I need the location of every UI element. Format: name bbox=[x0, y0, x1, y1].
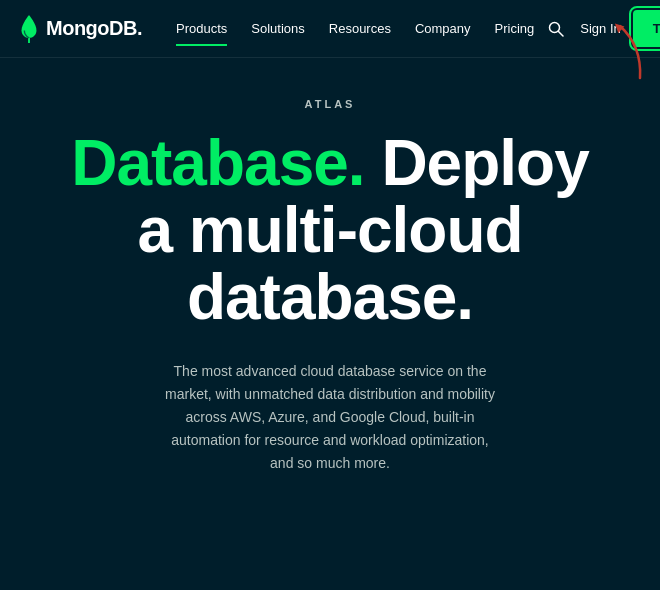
hero-section: ATLAS Database. Deploy a multi-cloud dat… bbox=[0, 58, 660, 505]
nav-links: Products Solutions Resources Company Pri… bbox=[166, 13, 544, 44]
nav-item-resources[interactable]: Resources bbox=[319, 13, 401, 44]
mongodb-logo-icon bbox=[18, 15, 40, 43]
hero-heading-green: Database. bbox=[71, 127, 364, 199]
atlas-label: ATLAS bbox=[305, 98, 356, 110]
svg-line-1 bbox=[559, 31, 564, 36]
sign-in-link[interactable]: Sign In bbox=[580, 21, 620, 36]
hero-heading: Database. Deploy a multi-cloud database. bbox=[50, 130, 610, 332]
hero-subtext: The most advanced cloud database service… bbox=[160, 360, 500, 475]
nav-item-pricing[interactable]: Pricing bbox=[485, 13, 545, 44]
nav-item-solutions[interactable]: Solutions bbox=[241, 13, 314, 44]
search-icon bbox=[548, 21, 564, 37]
logo-text: MongoDB. bbox=[46, 17, 142, 40]
navbar: MongoDB. Products Solutions Resources Co… bbox=[0, 0, 660, 58]
nav-item-products[interactable]: Products bbox=[166, 13, 237, 44]
logo[interactable]: MongoDB. bbox=[18, 15, 142, 43]
nav-item-company[interactable]: Company bbox=[405, 13, 481, 44]
nav-right: Sign In Try Free bbox=[544, 10, 660, 47]
search-button[interactable] bbox=[544, 17, 568, 41]
try-free-button[interactable]: Try Free bbox=[633, 10, 660, 47]
